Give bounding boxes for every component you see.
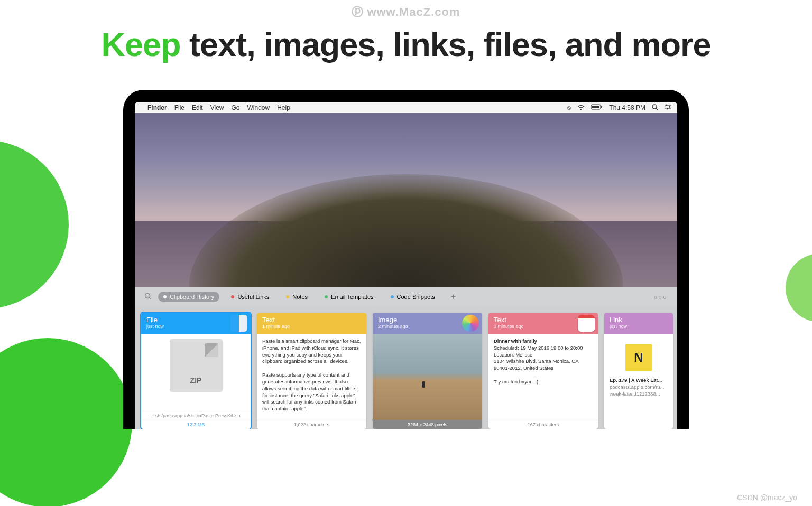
image-preview — [373, 334, 482, 420]
clipboard-cards-row: File just now ZIP ...sts/pasteapp-io/sta… — [135, 306, 677, 429]
card-link[interactable]: Link just now N Ep. 179 | A Week Lat... … — [604, 313, 673, 429]
event-line: Try mutton biryani ;) — [494, 379, 538, 385]
watermark-top: ⓟ www.MacZ.com — [352, 4, 460, 20]
card-text[interactable]: Text 1 minute ago Paste is a smart clipb… — [257, 313, 366, 429]
menubar-time[interactable]: Thu 4:58 PM — [609, 104, 645, 111]
card-text-calendar[interactable]: Text 3 minutes ago 17 Dinner with family… — [488, 313, 598, 429]
pill-email-templates[interactable]: Email Templates — [319, 292, 379, 302]
menubar-item-window[interactable]: Window — [247, 104, 270, 111]
calendar-icon: 17 — [578, 315, 595, 332]
menubar-app-name[interactable]: Finder — [147, 104, 167, 111]
pill-code-snippets[interactable]: Code Snippets — [385, 292, 440, 302]
card-subtitle: 1 minute ago — [262, 324, 361, 329]
card-footer: 1,022 characters — [257, 420, 366, 429]
search-icon[interactable] — [144, 293, 152, 302]
card-subtitle: just now — [610, 324, 668, 329]
card-footer: ...sts/pasteapp-io/static/Paste-PressKit… — [141, 411, 251, 420]
card-footer: 167 characters — [488, 420, 598, 429]
link-url: podcasts.apple.com/ru... — [610, 384, 665, 390]
menubar-item-help[interactable]: Help — [277, 104, 290, 111]
menubar-item-edit[interactable]: Edit — [192, 104, 203, 111]
pill-useful-links[interactable]: Useful Links — [226, 292, 274, 302]
event-line: Scheduled: 19 May 2016 19:00 to 20:00 — [494, 345, 583, 351]
svg-point-8 — [666, 105, 668, 106]
text-paragraph: Paste is a smart clipboard manager for M… — [262, 338, 361, 365]
event-title: Dinner with family — [494, 338, 537, 344]
card-image[interactable]: Image 2 minutes ago 3264 x 2448 pixels — [373, 313, 482, 429]
link-url: week-late/id1212388... — [610, 391, 660, 397]
svg-rect-2 — [601, 106, 602, 108]
add-category-button[interactable]: + — [451, 292, 456, 302]
svg-point-3 — [652, 105, 657, 109]
desktop-wallpaper — [135, 113, 677, 287]
svg-rect-1 — [592, 106, 599, 108]
battery-icon[interactable] — [591, 104, 603, 111]
zip-file-icon: ZIP — [170, 339, 223, 392]
watermark-icon: ⓟ — [352, 4, 364, 20]
menubar-item-go[interactable]: Go — [232, 104, 240, 111]
decor-circle — [786, 254, 812, 322]
pill-clipboard-history[interactable]: Clipboard History — [158, 292, 219, 302]
photos-icon — [462, 315, 479, 332]
laptop-mockup: Finder File Edit View Go Window Help ⎋ — [123, 90, 689, 429]
text-paragraph: Paste supports any type of content and g… — [262, 372, 361, 413]
link-thumbnail: N — [625, 344, 652, 371]
page-headline: Keep text, images, links, files, and mor… — [0, 25, 812, 63]
svg-line-12 — [150, 297, 152, 299]
link-title: Ep. 179 | A Week Lat... — [610, 377, 662, 383]
more-button[interactable]: ooo — [654, 294, 668, 300]
location-icon[interactable]: ⎋ — [567, 104, 571, 111]
control-center-icon[interactable] — [665, 104, 672, 111]
card-file[interactable]: File just now ZIP ...sts/pasteapp-io/sta… — [141, 313, 251, 429]
card-title: Text — [262, 316, 361, 324]
watermark-bottom: CSDN @macz_yo — [737, 493, 797, 502]
finder-icon — [230, 315, 247, 332]
card-footer-size: 12.3 MB — [141, 420, 251, 429]
svg-point-11 — [145, 293, 150, 298]
decor-circle — [0, 140, 69, 309]
menubar-item-view[interactable]: View — [210, 104, 224, 111]
svg-point-9 — [669, 106, 671, 108]
card-title: Link — [610, 316, 668, 324]
pill-notes[interactable]: Notes — [281, 292, 313, 302]
paste-category-bar: Clipboard History Useful Links Notes Ema… — [135, 287, 677, 306]
menubar-item-file[interactable]: File — [174, 104, 184, 111]
svg-point-10 — [667, 108, 669, 110]
decor-circle — [0, 338, 132, 506]
event-line: 1104 Wilshire Blvd, Santa Monica, CA 904… — [494, 358, 578, 371]
wifi-icon[interactable] — [577, 104, 585, 111]
event-line: Location: Mélisse — [494, 352, 532, 358]
svg-line-4 — [656, 108, 658, 110]
spotlight-icon[interactable] — [652, 104, 658, 112]
card-footer: 3264 x 2448 pixels — [373, 420, 482, 429]
macos-menubar: Finder File Edit View Go Window Help ⎋ — [135, 102, 677, 113]
